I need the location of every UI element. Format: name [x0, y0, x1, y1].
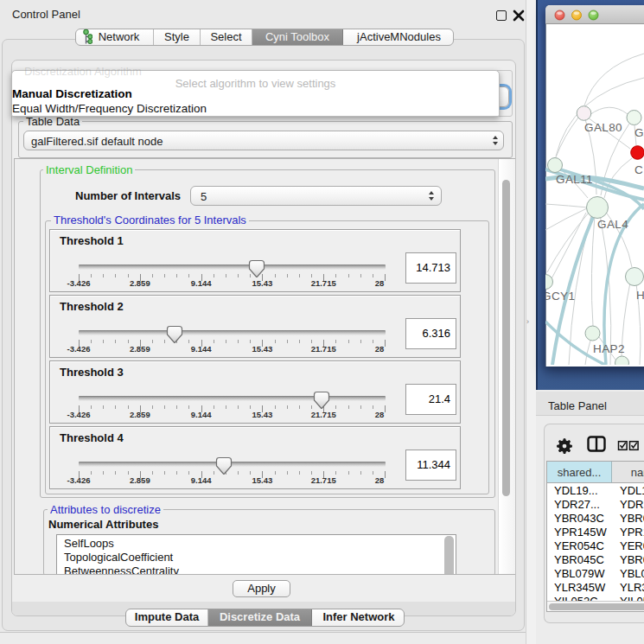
svg-text:GCY1: GCY1: [545, 290, 575, 303]
svg-text:GAL11: GAL11: [556, 173, 593, 186]
svg-text:GAL80: GAL80: [584, 121, 622, 134]
svg-text:HAP2: HAP2: [593, 342, 625, 355]
svg-text:GAL: GAL: [634, 126, 644, 139]
svg-text:H: H: [636, 289, 644, 302]
svg-text:C: C: [634, 163, 643, 176]
svg-text:GAL4: GAL4: [597, 218, 628, 231]
